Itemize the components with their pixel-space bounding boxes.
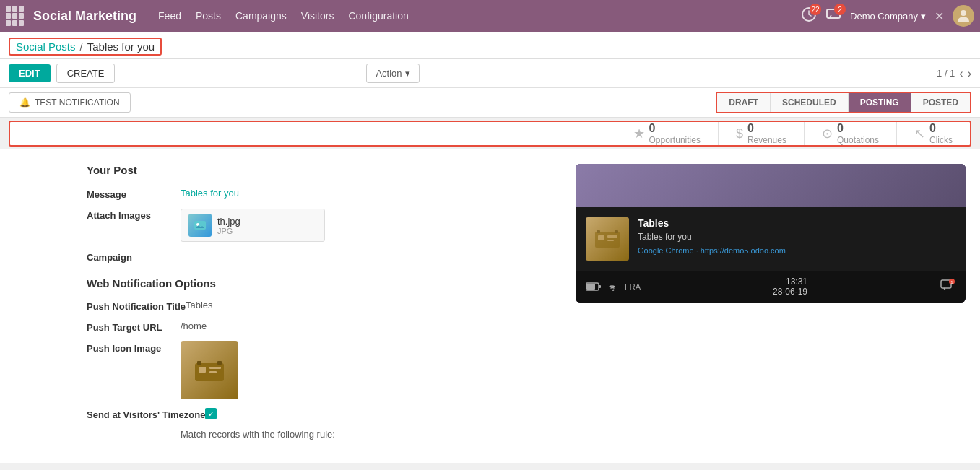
message-row: Message Tables for you [87,188,547,200]
tab-posting[interactable]: POSTING [849,93,911,112]
breadcrumb-parent[interactable]: Social Posts [16,40,76,53]
main-content: Your Post Message Tables for you Attach … [0,149,980,463]
push-icon-label: Push Icon Image [87,341,181,354]
nav-visitors[interactable]: Visitors [301,10,334,22]
stat-opportunities[interactable]: ★ 0 Opportunities [616,122,719,145]
send-timezone-checkbox[interactable] [205,408,217,419]
opportunities-count: 0 [649,122,701,135]
campaign-row: Campaign [87,251,547,263]
send-timezone-row: Send at Visitors' Timezone [87,408,547,420]
test-notification-button[interactable]: 🔔 TEST NOTIFICATION [9,92,131,113]
your-post-title: Your Post [87,164,547,176]
pager-next[interactable]: › [968,67,971,80]
svg-point-2 [961,10,966,16]
dollar-icon: $ [736,126,743,142]
notification-card: Tables Tables for you Google Chrome · ht… [576,207,966,271]
clicks-count: 0 [929,122,953,135]
grid-menu-icon[interactable] [6,6,26,26]
edit-button[interactable]: EDIT [9,64,51,82]
match-records-value: Match records with the following rule: [181,429,335,440]
notification-preview: Tables Tables for you Google Chrome · ht… [576,164,966,303]
svg-rect-6 [199,367,206,373]
toolbar: EDIT CREATE Action ▾ 1 / 1 ‹ › [0,59,980,88]
svg-rect-16 [615,230,618,233]
attachment-item[interactable]: th.jpg JPG [181,209,325,242]
breadcrumb-current: Tables for you [87,40,155,53]
preview-body: Tables for you [638,232,786,242]
svg-rect-10 [217,361,222,365]
tab-posted[interactable]: POSTED [911,93,970,112]
clock-notifications[interactable]: 22 [801,6,817,25]
revenues-label: Revenues [747,135,786,145]
create-button[interactable]: CREATE [56,64,116,83]
quotations-label: Quotations [837,135,879,145]
nav-configuration[interactable]: Configuration [348,10,408,22]
attachment-filetype: JPG [217,227,240,235]
attach-images-label: Attach Images [87,209,181,221]
preview-title: Tables [638,217,786,229]
preview-source: Google Chrome · https://demo5.odoo.com [638,246,786,255]
action-dropdown-icon: ▾ [405,68,410,79]
stat-quotations[interactable]: ⊙ 0 Quotations [805,122,897,145]
tab-scheduled[interactable]: SCHEDULED [771,93,849,112]
attachment-filename: th.jpg [217,216,240,227]
clicks-icon: ↖ [914,126,925,142]
campaign-label: Campaign [87,251,181,263]
preview-section: Tables Tables for you Google Chrome · ht… [576,164,966,448]
app-title: Social Marketing [33,9,136,24]
pager: 1 / 1 ‹ › [937,67,971,80]
test-notification-label: TEST NOTIFICATION [35,97,120,108]
stat-clicks[interactable]: ↖ 0 Clicks [897,122,970,145]
nav-links: Feed Posts Campaigns Visitors Configurat… [158,10,801,22]
svg-rect-19 [599,285,601,288]
notification-thumbnail [586,217,629,261]
preview-lang: FRA [625,282,641,291]
svg-rect-15 [597,230,600,233]
web-notification-title: Web Notification Options [87,277,547,290]
push-title-label: Push Notification Title [87,300,186,312]
nav-campaigns[interactable]: Campaigns [235,10,287,22]
breadcrumb-bar: Social Posts / Tables for you [0,32,980,59]
status-tabs: DRAFT SCHEDULED POSTING POSTED [716,92,971,113]
star-icon: ★ [633,126,645,142]
tab-draft[interactable]: DRAFT [717,93,771,112]
opportunities-label: Opportunities [649,135,701,145]
quotation-icon: ⊙ [822,126,833,142]
preview-background [576,164,966,207]
nav-posts[interactable]: Posts [196,10,221,22]
preview-notif-badge: 1 [940,278,955,295]
clicks-label: Clicks [929,135,953,145]
message-label: Message [87,188,181,200]
svg-rect-8 [209,371,217,373]
revenues-count: 0 [747,122,786,135]
notification-footer: FRA 13:31 28-06-19 1 [576,271,966,303]
stat-revenues[interactable]: $ 0 Revenues [719,122,805,145]
avatar[interactable] [953,5,974,27]
attachment-thumbnail [188,214,212,237]
svg-rect-13 [607,235,617,238]
svg-rect-14 [607,240,614,241]
push-title-value: Tables [186,300,213,310]
push-url-label: Push Target URL [87,321,181,333]
push-icon-image[interactable] [181,341,238,399]
stats-bar: ★ 0 Opportunities $ 0 Revenues ⊙ 0 Quota… [9,121,971,147]
breadcrumb-separator: / [80,40,83,53]
message-value: Tables for you [181,188,239,199]
notification-count: 22 [810,4,821,15]
company-selector[interactable]: Demo Company ▾ [850,11,926,22]
match-records-label [87,429,181,430]
attach-images-row: Attach Images th.jpg JPG [87,209,547,242]
preview-time: 13:31 28-06-19 [773,277,807,297]
notification-row: 🔔 TEST NOTIFICATION DRAFT SCHEDULED POST… [0,88,980,118]
action-button[interactable]: Action ▾ [366,64,419,83]
nav-feed[interactable]: Feed [158,10,181,22]
breadcrumb: Social Posts / Tables for you [9,38,162,56]
close-icon[interactable]: ✕ [935,9,944,23]
pager-text: 1 / 1 [937,68,955,79]
match-records-row: Match records with the following rule: [87,429,547,440]
pager-prev[interactable]: ‹ [959,67,963,80]
company-dropdown-arrow: ▾ [921,11,926,22]
action-label: Action [376,68,402,79]
quotations-count: 0 [837,122,879,135]
messages-icon[interactable]: 2 [825,6,841,25]
